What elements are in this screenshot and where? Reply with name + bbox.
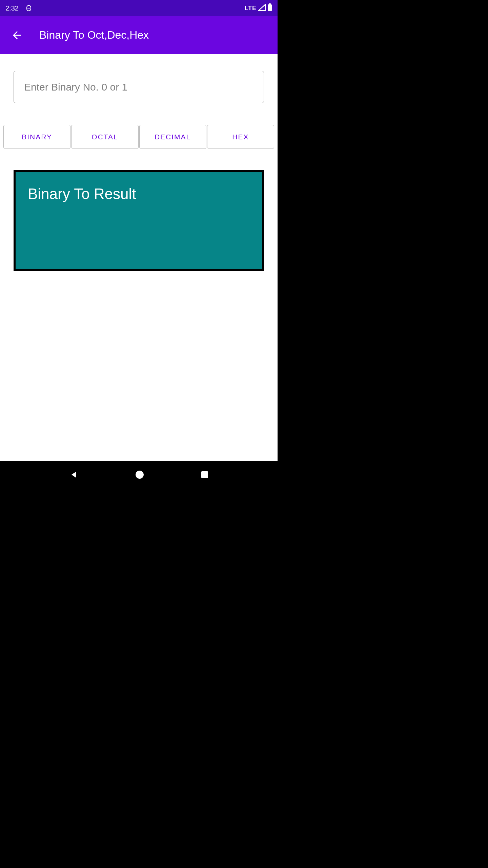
octal-button[interactable]: OCTAL xyxy=(71,125,138,149)
signal-icon xyxy=(258,4,266,13)
decimal-button[interactable]: DECIMAL xyxy=(139,125,206,149)
nav-back-icon[interactable] xyxy=(69,470,79,479)
result-box: Binary To Result xyxy=(14,170,264,271)
back-arrow-icon[interactable] xyxy=(11,29,23,41)
nav-home-icon[interactable] xyxy=(135,470,144,479)
app-bar: Binary To Oct,Dec,Hex xyxy=(0,16,278,54)
svg-rect-4 xyxy=(201,471,208,478)
status-left: 2:32 xyxy=(5,4,32,12)
binary-input[interactable] xyxy=(14,71,264,103)
conversion-buttons: BINARY OCTAL DECIMAL HEX xyxy=(3,125,274,149)
svg-point-3 xyxy=(136,471,144,479)
page-title: Binary To Oct,Dec,Hex xyxy=(39,29,149,41)
status-time: 2:32 xyxy=(5,4,19,12)
nav-recents-icon[interactable] xyxy=(201,471,209,479)
svg-rect-1 xyxy=(268,4,272,11)
lte-label: LTE xyxy=(244,5,257,12)
status-bar: 2:32 LTE xyxy=(0,0,278,16)
content-area: BINARY OCTAL DECIMAL HEX Binary To Resul… xyxy=(0,54,278,461)
navigation-bar xyxy=(0,461,278,488)
battery-icon xyxy=(267,3,272,13)
result-title: Binary To Result xyxy=(28,185,250,202)
binary-button[interactable]: BINARY xyxy=(3,125,70,149)
status-right: LTE xyxy=(244,3,272,13)
hex-button[interactable]: HEX xyxy=(207,125,274,149)
svg-rect-2 xyxy=(269,3,271,5)
samsung-icon xyxy=(25,5,32,12)
